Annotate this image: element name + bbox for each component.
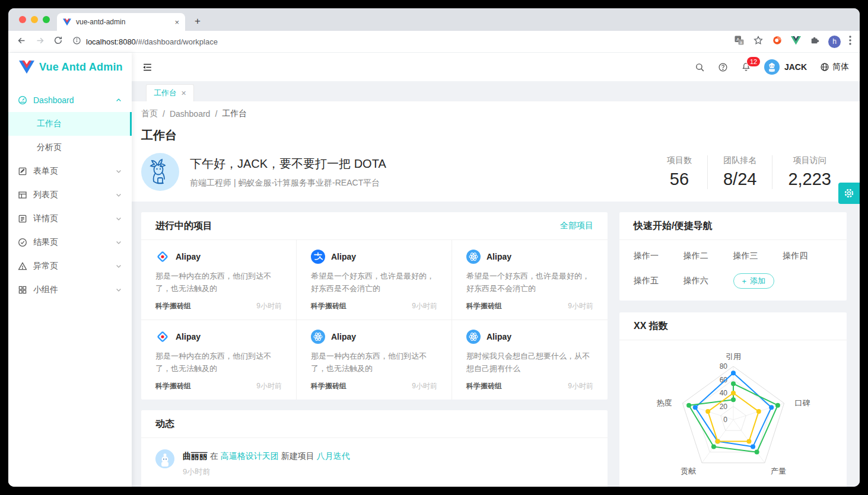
new-tab-button[interactable]: + [190,14,205,29]
activity-link[interactable]: 高逼格设计天团 [221,451,279,461]
project-name[interactable]: Alipay [331,332,356,341]
sidebar-item-详情页[interactable]: 详情页 [8,207,132,231]
menu-fold-icon[interactable] [142,62,152,72]
projects-title: 进行中的项目 [155,220,212,232]
browser-tab[interactable]: vue-antd-admin × [57,13,185,31]
sidebar-item-工作台[interactable]: 工作台 [8,112,132,136]
language-switcher[interactable]: 简体 [820,62,849,72]
app-logo[interactable]: Vue Antd Admin [8,53,132,81]
extension-orange-icon[interactable] [772,35,783,48]
quick-nav-link[interactable]: 操作六 [683,276,733,286]
sidebar-item-label: 小组件 [33,285,58,295]
deer-avatar [141,153,179,191]
help-icon[interactable] [718,62,728,72]
vue-favicon-icon [63,18,71,26]
settings-gear-button[interactable] [838,183,860,204]
stat-value: 2,223 [788,170,831,189]
quick-nav-link[interactable]: 操作三 [733,251,783,261]
breadcrumb-current: 工作台 [222,108,247,119]
project-card[interactable]: Alipay那时候我只会想自己想要什么，从不想自己拥有什么科学搬砖组9小时前 [452,320,608,400]
sidebar-item-表单页[interactable]: 表单页 [8,159,132,183]
all-projects-link[interactable]: 全部项目 [560,221,593,231]
stat-item: 团队排名8/24 [707,155,772,189]
sidebar-item-异常页[interactable]: 异常页 [8,254,132,278]
activities-title: 动态 [155,418,174,430]
svg-text:40: 40 [720,389,728,397]
project-group-link[interactable]: 科学搬砖组 [155,381,191,391]
sidebar-item-Dashboard[interactable]: Dashboard [8,88,132,112]
project-card[interactable]: Alipay希望是一个好东西，也许是最好的，好东西是不会消亡的科学搬砖组9小时前 [297,240,452,320]
project-description: 那时候我只会想自己想要什么，从不想自己拥有什么 [466,350,593,375]
antd-logo-icon [155,250,170,264]
project-group-link[interactable]: 科学搬砖组 [311,301,346,311]
reload-icon[interactable] [53,36,63,47]
translate-icon[interactable]: Aa [734,35,745,48]
warning-icon [18,261,27,271]
project-group-link[interactable]: 科学搬砖组 [155,301,191,311]
breadcrumb-home[interactable]: 首页 [141,108,158,119]
browser-menu-icon[interactable] [849,36,851,47]
chevron-down-icon [115,239,122,246]
minimize-window-button[interactable] [31,16,38,23]
app-logo-text: Vue Antd Admin [39,61,123,74]
svg-text:口碑: 口碑 [795,398,810,407]
radar-title: XX 指数 [634,320,668,333]
stat-item: 项目访问2,223 [772,155,847,189]
project-card[interactable]: Alipay那是一种内在的东西，他们到达不了，也无法触及的科学搬砖组9小时前 [141,240,297,320]
browser-profile-avatar[interactable]: h [828,36,841,48]
add-nav-button[interactable]: +添加 [733,273,775,289]
notification-bell-icon[interactable]: 12 [741,62,751,72]
project-card[interactable]: Alipay希望是一个好东西，也许是最好的，好东西是不会消亡的科学搬砖组9小时前 [452,240,608,320]
project-card[interactable]: Alipay那是一种内在的东西，他们到达不了，也无法触及的科学搬砖组9小时前 [141,320,297,400]
project-name[interactable]: Alipay [487,332,511,341]
project-name[interactable]: Alipay [176,332,201,341]
maximize-window-button[interactable] [43,16,50,23]
back-icon[interactable] [17,36,27,48]
quick-nav-link[interactable]: 操作五 [634,276,683,286]
sidebar-item-label: 表单页 [33,166,58,177]
language-label: 简体 [832,62,849,72]
project-group-link[interactable]: 科学搬砖组 [311,381,346,391]
project-name[interactable]: Alipay [176,252,201,261]
project-group-link[interactable]: 科学搬砖组 [466,301,502,311]
browser-window: vue-antd-admin × + localhost:8080/#/dash… [8,8,860,487]
close-window-button[interactable] [19,16,26,23]
project-updated-time: 9小时前 [256,381,282,391]
sidebar-item-分析页[interactable]: 分析页 [8,136,132,159]
quick-nav-link[interactable]: 操作四 [783,251,832,261]
activity-item: 曲丽丽 在 高逼格设计天团 新建项目 八月迭代9小时前 [155,440,593,486]
page-tabbar: 工作台 ✕ [132,81,860,101]
stat-label: 团队排名 [723,155,756,166]
svg-text:80: 80 [720,362,728,371]
page-tab-workplace[interactable]: 工作台 ✕ [146,84,194,101]
activity-link[interactable]: 八月迭代 [317,451,350,461]
sidebar-item-结果页[interactable]: 结果页 [8,231,132,254]
avatar-girl-icon [155,449,174,477]
extension-vue-icon[interactable] [791,36,801,47]
project-description: 希望是一个好东西，也许是最好的，好东西是不会消亡的 [311,270,437,295]
project-group-link[interactable]: 科学搬砖组 [466,381,502,391]
project-name[interactable]: Alipay [331,252,356,261]
project-updated-time: 9小时前 [256,301,282,311]
project-updated-time: 9小时前 [412,381,437,391]
gear-icon [843,187,855,199]
search-icon[interactable] [695,62,705,72]
url-field[interactable]: localhost:8080/#/dashboard/workplace [72,36,726,47]
extensions-puzzle-icon[interactable] [809,35,820,48]
user-menu[interactable]: JACK [764,59,807,75]
close-page-tab-icon[interactable]: ✕ [181,90,186,97]
bookmark-star-icon[interactable] [753,35,764,48]
sidebar-item-小组件[interactable]: 小组件 [8,278,132,302]
close-tab-icon[interactable]: × [174,18,179,27]
breadcrumb-dashboard[interactable]: Dashboard [170,109,211,119]
info-icon[interactable] [72,36,81,47]
activities-list: 曲丽丽 在 高逼格设计天团 新建项目 八月迭代9小时前付晓晓 在 高逼格设计天团… [141,438,608,487]
sidebar-item-列表页[interactable]: 列表页 [8,183,132,207]
quick-nav-link[interactable]: 操作二 [683,251,733,261]
page-title: 工作台 [141,127,847,143]
url-host: localhost:8080 [86,37,136,46]
forward-icon[interactable] [35,36,45,48]
project-card[interactable]: Alipay那是一种内在的东西，他们到达不了，也无法触及的科学搬砖组9小时前 [297,320,452,400]
project-name[interactable]: Alipay [487,252,511,261]
quick-nav-link[interactable]: 操作一 [634,251,683,261]
